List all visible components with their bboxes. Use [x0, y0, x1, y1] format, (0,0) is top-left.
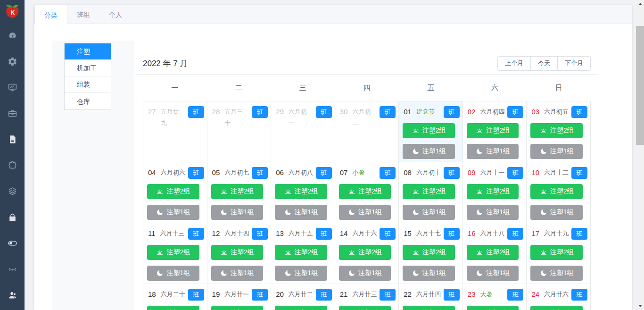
night-shift-button[interactable]: 注塑1组: [403, 144, 455, 159]
day-shift-button[interactable]: 注塑2组: [530, 123, 583, 138]
shift-badge-button[interactable]: 班: [380, 106, 396, 118]
shift-badge-button[interactable]: 班: [507, 167, 523, 179]
day-shift-button[interactable]: 注塑2组: [211, 306, 264, 310]
day-shift-button[interactable]: 注塑2组: [275, 306, 327, 310]
sidebar-item-settings-gear-icon[interactable]: [0, 49, 25, 75]
next-month-button[interactable]: 下个月: [557, 56, 591, 71]
day-shift-button[interactable]: 注塑2组: [530, 306, 583, 310]
day-shift-button[interactable]: 注塑2组: [147, 245, 199, 260]
shift-badge-button[interactable]: 班: [188, 228, 204, 240]
day-shift-button[interactable]: 注塑2组: [403, 184, 455, 199]
night-shift-button[interactable]: 注塑1组: [275, 266, 327, 281]
day-shift-button[interactable]: 注塑2组: [339, 184, 391, 199]
shift-badge-button[interactable]: 班: [444, 228, 460, 240]
shift-badge-button[interactable]: 班: [316, 167, 332, 179]
shift-badge-button[interactable]: 班: [316, 289, 332, 301]
shift-badge-button[interactable]: 班: [316, 106, 332, 118]
day-shift-button[interactable]: 注塑2组: [403, 123, 455, 138]
day-shift-button[interactable]: 注塑2组: [467, 184, 519, 199]
day-shift-button[interactable]: 注塑2组: [339, 245, 391, 260]
sidebar-item-document-icon[interactable]: [0, 126, 25, 152]
tab-team[interactable]: 班组: [67, 5, 99, 24]
sidebar-item-layers-icon[interactable]: [0, 178, 25, 204]
category-item-3[interactable]: 仓库: [65, 93, 111, 109]
day-shift-button[interactable]: 注塑2组: [275, 184, 327, 199]
shift-badge-button[interactable]: 班: [444, 289, 460, 301]
shift-badge-button[interactable]: 班: [571, 289, 587, 301]
shift-badge-button[interactable]: 班: [507, 106, 523, 118]
shift-badge-button[interactable]: 班: [188, 167, 204, 179]
shift-badge-button[interactable]: 班: [188, 289, 204, 301]
today-button[interactable]: 今天: [530, 56, 558, 71]
shift-label: 注塑1组: [358, 208, 382, 217]
shift-badge-button[interactable]: 班: [571, 167, 587, 179]
shift-badge-button[interactable]: 班: [507, 289, 523, 301]
shift-label: 注塑1组: [166, 269, 190, 277]
day-shift-button[interactable]: 注塑2组: [147, 306, 199, 310]
shift-badge-button[interactable]: 班: [380, 289, 396, 301]
category-item-0[interactable]: 注塑: [65, 43, 111, 60]
shift-badge-button[interactable]: 班: [252, 167, 268, 179]
day-shift-button[interactable]: 注塑2组: [147, 184, 199, 199]
night-shift-button[interactable]: 注塑1组: [467, 205, 519, 220]
night-shift-button[interactable]: 注塑1组: [530, 205, 583, 220]
day-shift-button[interactable]: 注塑2组: [403, 245, 455, 260]
day-shift-button[interactable]: 注塑2组: [530, 184, 583, 199]
day-shift-button[interactable]: 注塑2组: [275, 245, 327, 260]
category-item-2[interactable]: 组装: [65, 76, 111, 93]
shift-badge-button[interactable]: 班: [571, 228, 587, 240]
sidebar-item-eye-closed-icon[interactable]: [0, 256, 25, 282]
night-shift-button[interactable]: 注塑1组: [403, 266, 455, 281]
shift-badge-button[interactable]: 班: [444, 106, 460, 118]
night-shift-button[interactable]: 注塑1组: [211, 266, 264, 281]
night-shift-button[interactable]: 注塑1组: [147, 205, 199, 220]
shift-badge-button[interactable]: 班: [507, 228, 523, 240]
cell-lunar-label: 五月廿九: [161, 106, 182, 129]
night-shift-button[interactable]: 注塑1组: [339, 205, 391, 220]
tab-category[interactable]: 分类: [34, 5, 67, 25]
sidebar-item-users-icon[interactable]: [0, 282, 25, 308]
day-shift-button[interactable]: 注塑2组: [467, 123, 519, 138]
day-shift-button[interactable]: 注塑2组: [339, 306, 391, 310]
day-shift-button[interactable]: 注塑2组: [211, 245, 264, 260]
shift-badge-button[interactable]: 班: [252, 228, 268, 240]
cell-lunar-label: 六月十三: [160, 228, 186, 239]
shift-badge-button[interactable]: 班: [188, 106, 204, 118]
night-shift-button[interactable]: 注塑1组: [467, 266, 519, 281]
day-shift-button[interactable]: 注塑2组: [211, 184, 264, 199]
sidebar-item-dashboard-icon[interactable]: [0, 23, 25, 49]
calendar-cell-07: 07小暑班注塑2组注塑1组: [335, 162, 399, 223]
night-shift-button[interactable]: 注塑1组: [275, 205, 327, 220]
day-shift-button[interactable]: 注塑2组: [530, 245, 583, 260]
scrollbar-down-arrow[interactable]: [636, 302, 644, 310]
day-shift-button[interactable]: 注塑2组: [403, 306, 455, 310]
sidebar-item-lock-icon[interactable]: [0, 204, 25, 230]
night-shift-button[interactable]: 注塑1组: [403, 205, 455, 220]
shift-badge-button[interactable]: 班: [252, 106, 268, 118]
night-shift-button[interactable]: 注塑1组: [339, 266, 391, 281]
night-shift-button[interactable]: 注塑1组: [530, 266, 583, 281]
moon-icon: [156, 209, 164, 216]
sidebar-item-monitor-chart-icon[interactable]: [0, 75, 25, 101]
day-shift-button[interactable]: 注塑2组: [467, 306, 519, 310]
night-shift-button[interactable]: 注塑1组: [467, 144, 519, 159]
shift-badge-button[interactable]: 班: [571, 106, 587, 118]
night-shift-button[interactable]: 注塑1组: [147, 266, 199, 281]
night-shift-button[interactable]: 注塑1组: [211, 205, 264, 220]
shift-badge-button[interactable]: 班: [316, 228, 332, 240]
shift-badge-button[interactable]: 班: [380, 167, 396, 179]
prev-month-button[interactable]: 上个月: [497, 56, 531, 71]
category-item-1[interactable]: 机加工: [65, 60, 111, 76]
shift-badge-button[interactable]: 班: [444, 167, 460, 179]
shift-badge-button[interactable]: 班: [380, 228, 396, 240]
shift-badge-button[interactable]: 班: [252, 289, 268, 301]
sidebar-item-toggle-icon[interactable]: [0, 230, 25, 256]
scrollbar-thumb[interactable]: [636, 26, 644, 145]
night-shift-button[interactable]: 注塑1组: [530, 144, 583, 159]
page-scrollbar[interactable]: [636, 0, 644, 310]
tab-personal[interactable]: 个人: [99, 5, 132, 24]
sidebar-item-plugin-puzzle-icon[interactable]: [0, 152, 25, 178]
sidebar-item-briefcase-icon[interactable]: [0, 101, 25, 126]
day-shift-button[interactable]: 注塑2组: [467, 245, 519, 260]
scrollbar-up-arrow[interactable]: [636, 0, 644, 8]
